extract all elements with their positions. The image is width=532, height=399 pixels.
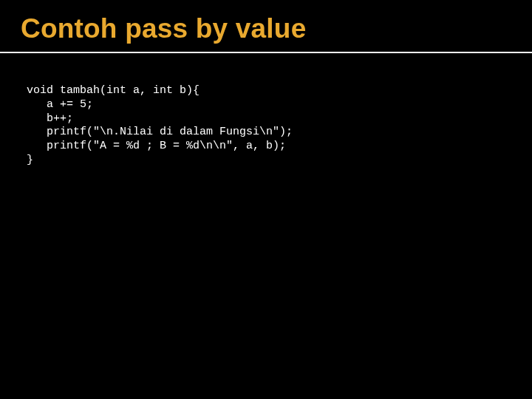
title-region: Contoh pass by value xyxy=(0,0,532,44)
code-line: printf("A = %d ; B = %d\n\n", a, b); xyxy=(27,140,286,152)
code-line: a += 5; xyxy=(27,98,93,111)
code-line: } xyxy=(27,154,33,166)
code-line: printf("\n.Nilai di dalam Fungsi\n"); xyxy=(27,126,293,138)
slide-title: Contoh pass by value xyxy=(21,13,532,44)
code-block: void tambah(int a, int b){ a += 5; b++; … xyxy=(0,59,532,168)
title-underline xyxy=(0,52,532,53)
code-line: b++; xyxy=(27,112,73,125)
slide: Contoh pass by value void tambah(int a, … xyxy=(0,0,532,399)
code-line: void tambah(int a, int b){ xyxy=(27,84,200,97)
